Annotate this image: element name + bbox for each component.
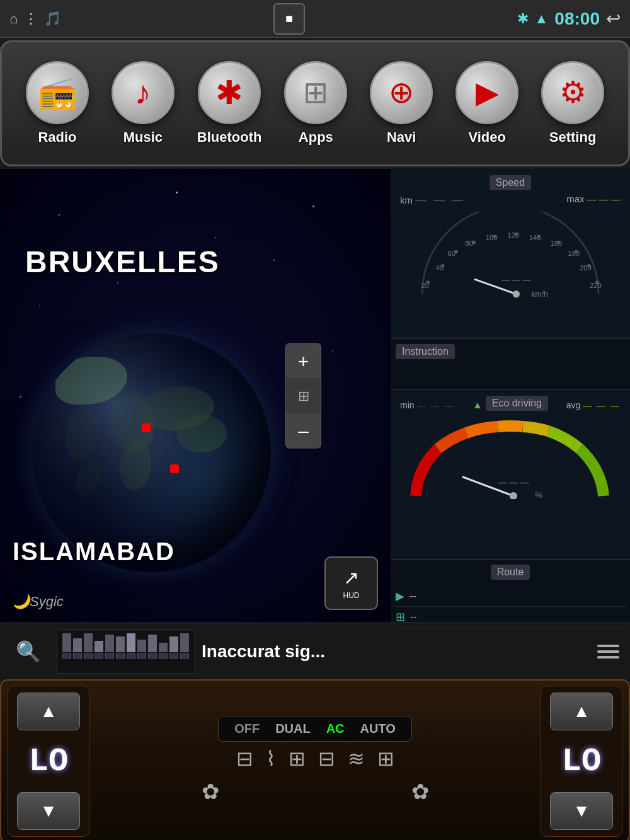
svg-text:— — —: — — — bbox=[498, 477, 529, 487]
nav-item-radio[interactable]: 📻 Radio bbox=[26, 61, 89, 146]
stop-button[interactable]: ■ bbox=[273, 3, 305, 35]
nav-item-bluetooth[interactable]: ✱ Bluetooth bbox=[197, 61, 262, 146]
right-temp-up-button[interactable]: ▲ bbox=[550, 693, 613, 730]
media-icon[interactable]: 🎵 bbox=[44, 11, 61, 27]
gps-bar: 🔍 bbox=[0, 623, 630, 679]
right-fan-icon[interactable]: ✿ bbox=[411, 779, 429, 804]
sygic-logo: 🌙Sygic bbox=[13, 594, 64, 610]
setting-button[interactable]: ⚙ bbox=[541, 61, 604, 124]
rear-defrost-icon[interactable]: ⊟ bbox=[236, 747, 253, 771]
home-icon[interactable]: ⌂ bbox=[9, 11, 18, 27]
svg-text:— — —: — — — bbox=[501, 275, 531, 284]
ac-airflow-icon[interactable]: ≋ bbox=[348, 747, 365, 771]
signal-bar-small bbox=[73, 653, 82, 659]
zoom-out-button[interactable]: – bbox=[286, 413, 321, 448]
svg-point-21 bbox=[454, 250, 458, 254]
left-temp-control: ▲ LO ▼ bbox=[8, 686, 89, 837]
signal-bar-small bbox=[169, 653, 178, 659]
signal-bar-small bbox=[116, 653, 125, 659]
svg-point-25 bbox=[537, 234, 541, 238]
main-content: BRUXELLES bbox=[0, 169, 630, 623]
right-panel: Speed km — — — max — — — 20 40 60 80 100… bbox=[391, 169, 630, 623]
climate-center: OFF DUAL AC AUTO ⊟ ⌇ ⊞ ⊟ ≋ ⊞ ✿ ✿ bbox=[93, 716, 537, 807]
seat-heat-left-icon[interactable]: ⊞ bbox=[289, 747, 306, 771]
svg-text:60: 60 bbox=[447, 250, 455, 257]
radio-button[interactable]: 📻 bbox=[26, 61, 89, 124]
left-temp-down-button[interactable]: ▼ bbox=[17, 792, 80, 830]
svg-text:%: % bbox=[535, 490, 542, 499]
instruction-widget: Instruction bbox=[391, 339, 630, 389]
zoom-controls: + ⊞ – bbox=[285, 343, 321, 449]
nav-item-apps[interactable]: ⊞ Apps bbox=[284, 61, 347, 146]
route-icon-1: ▶ bbox=[396, 589, 404, 603]
zoom-in-button[interactable]: + bbox=[286, 344, 321, 379]
route-row-2: ⊞ -- bbox=[396, 607, 625, 628]
signal-bar bbox=[84, 633, 93, 652]
svg-text:80: 80 bbox=[465, 239, 472, 247]
svg-point-19 bbox=[427, 280, 430, 284]
ac-mode-button[interactable]: AC bbox=[323, 722, 348, 736]
route-title: Route bbox=[491, 565, 530, 580]
video-button[interactable]: ▶ bbox=[455, 61, 518, 124]
bluetooth-label: Bluetooth bbox=[197, 129, 262, 146]
hud-button[interactable]: ↗ HUD bbox=[324, 556, 378, 610]
menu-line-1 bbox=[597, 645, 619, 647]
location-marker-bruxelles bbox=[142, 423, 151, 432]
right-temp-display: LO bbox=[562, 743, 601, 780]
left-temp-up-button[interactable]: ▲ bbox=[17, 693, 80, 730]
nav-item-music[interactable]: ♪ Music bbox=[112, 61, 175, 146]
signal-bar-small bbox=[105, 653, 114, 659]
zoom-grid-icon[interactable]: ⊞ bbox=[286, 379, 321, 413]
heated-icon[interactable]: ⊞ bbox=[377, 747, 394, 771]
city-islamabad-label: ISLAMABAD bbox=[13, 538, 175, 566]
speed-dashes: — — — bbox=[415, 193, 465, 206]
climate-modes: OFF DUAL AC AUTO bbox=[218, 716, 412, 742]
nav-item-navi[interactable]: ⊕ Navi bbox=[370, 61, 433, 146]
navi-button[interactable]: ⊕ bbox=[370, 61, 433, 124]
auto-mode-button[interactable]: AUTO bbox=[357, 722, 399, 736]
signal-bar bbox=[169, 636, 178, 652]
right-temp-down-button[interactable]: ▼ bbox=[550, 792, 613, 830]
nav-item-video[interactable]: ▶ Video bbox=[455, 61, 518, 146]
route-icon-2: ⊞ bbox=[396, 610, 405, 624]
dual-mode-button[interactable]: DUAL bbox=[272, 722, 314, 736]
route-row-1: ▶ -- bbox=[396, 586, 625, 607]
svg-point-28 bbox=[587, 264, 591, 268]
gps-menu-button[interactable] bbox=[592, 636, 624, 667]
nav-item-setting[interactable]: ⚙ Setting bbox=[541, 61, 604, 146]
eco-title-area: ▲ Eco driving bbox=[472, 396, 548, 414]
city-bruxelles-label: BRUXELLES bbox=[25, 245, 220, 279]
signal-bar bbox=[116, 636, 125, 652]
hud-arrow-icon: ↗ bbox=[343, 567, 359, 589]
right-temp-control: ▲ LO ▼ bbox=[541, 686, 622, 837]
radio-icon: 📻 bbox=[38, 77, 77, 108]
apps-button[interactable]: ⊞ bbox=[284, 61, 347, 124]
top-signal-bars bbox=[62, 633, 190, 652]
back-icon[interactable]: ↩ bbox=[606, 8, 621, 29]
bluetooth-button[interactable]: ✱ bbox=[198, 61, 261, 124]
signal-bar bbox=[127, 633, 135, 652]
sygic-moon-icon: 🌙 bbox=[13, 594, 30, 609]
music-button[interactable]: ♪ bbox=[112, 61, 175, 124]
hud-label: HUD bbox=[343, 591, 360, 600]
air-distribution-icon[interactable]: ⌇ bbox=[266, 747, 276, 771]
wifi-icon: ▲ bbox=[535, 11, 549, 27]
climate-bar: ▲ LO ▼ OFF DUAL AC AUTO ⊟ ⌇ ⊞ ⊟ ≋ ⊞ bbox=[0, 679, 630, 840]
signal-bar bbox=[73, 638, 82, 652]
off-mode-button[interactable]: OFF bbox=[231, 722, 263, 736]
seat-heat-right-icon[interactable]: ⊟ bbox=[318, 747, 335, 771]
menu-dots-icon[interactable]: ⋮ bbox=[24, 11, 38, 27]
signal-bar-small bbox=[148, 653, 157, 659]
globe bbox=[32, 333, 271, 572]
map-area[interactable]: BRUXELLES bbox=[0, 169, 391, 623]
gps-search-button[interactable]: 🔍 bbox=[6, 630, 50, 674]
svg-point-24 bbox=[515, 233, 518, 236]
climate-fan-row: ✿ ✿ bbox=[93, 776, 537, 807]
left-fan-icon[interactable]: ✿ bbox=[202, 779, 219, 804]
menu-line-2 bbox=[597, 650, 619, 653]
setting-label: Setting bbox=[549, 129, 597, 146]
apps-icon: ⊞ bbox=[303, 78, 328, 108]
speed-widget: Speed km — — — max — — — 20 40 60 80 100… bbox=[391, 169, 630, 339]
svg-point-31 bbox=[513, 291, 520, 297]
route-widget: Route ▶ -- ⊞ -- bbox=[391, 560, 630, 623]
